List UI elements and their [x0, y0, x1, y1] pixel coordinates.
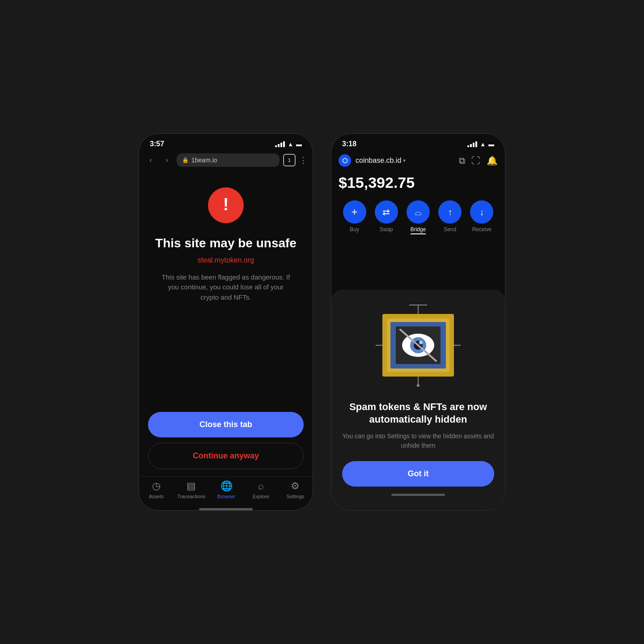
send-label: Send [444, 226, 456, 233]
back-button[interactable]: ‹ [144, 154, 157, 166]
crypto-actions: + Buy ⇄ Swap ⌓ Bridge ↑ Send ↓ Receive [331, 197, 505, 240]
signal-icon [275, 141, 285, 147]
browser-label: Browser [217, 494, 235, 499]
status-bar: 3:57 ▲ ▬ [139, 134, 313, 151]
forward-button[interactable]: › [161, 154, 173, 166]
browser-icon: 🌐 [220, 480, 233, 492]
coinbase-site-name: coinbase.cb.id [356, 157, 401, 165]
nav-browser[interactable]: 🌐 Browser [213, 480, 240, 499]
battery-icon: ▬ [296, 141, 302, 148]
wifi-icon: ▲ [288, 141, 293, 148]
coinbase-signal-icon [467, 141, 477, 147]
copy-icon[interactable]: ⧉ [459, 156, 465, 166]
bridge-action[interactable]: ⌓ Bridge [407, 200, 430, 234]
coinbase-status-icons: ▲ ▬ [467, 141, 494, 148]
bridge-icon: ⌓ [407, 200, 430, 224]
fullscreen-icon[interactable]: ⛶ [471, 156, 480, 166]
coinbase-wifi-icon: ▲ [480, 141, 486, 148]
coinbase-battery-icon: ▬ [488, 141, 494, 148]
chevron-down-icon: ▾ [403, 157, 406, 164]
bridge-label: Bridge [411, 226, 426, 234]
swap-label: Swap [380, 226, 393, 233]
buy-label: Buy [350, 226, 359, 233]
close-tab-button[interactable]: Close this tab [148, 412, 304, 437]
bell-icon[interactable]: 🔔 [487, 155, 498, 166]
nav-explore[interactable]: ⌕ Explore [247, 480, 274, 499]
action-buttons: Close this tab Continue anyway [139, 412, 313, 476]
phone-coinbase: 3:18 ▲ ▬ ⬡ coinbase.cb.id ▾ ⧉ ⛶ 🔔 $15,39… [331, 133, 505, 511]
explore-icon: ⌕ [258, 480, 264, 492]
send-icon: ↑ [438, 200, 462, 224]
assets-icon: ◷ [152, 480, 161, 492]
warning-icon: ! [208, 187, 244, 223]
nav-transactions[interactable]: ▤ Transactions [178, 480, 206, 499]
settings-label: Settings [287, 494, 305, 499]
warning-title: This site may be unsafe [155, 236, 297, 251]
bottom-navigation: ◷ Assets ▤ Transactions 🌐 Browser ⌕ Expl… [139, 476, 313, 506]
warning-description: This site has been flagged as dangerous.… [159, 272, 293, 303]
coinbase-time: 3:18 [342, 140, 356, 148]
more-button[interactable]: ⋮ [299, 155, 307, 165]
nav-settings[interactable]: ⚙ Settings [282, 480, 309, 499]
home-indicator [199, 508, 253, 510]
transactions-icon: ▤ [186, 480, 196, 492]
spam-hidden-modal: Spam tokens & NFTs are now automatically… [331, 290, 505, 510]
buy-action[interactable]: + Buy [343, 200, 366, 234]
lock-icon: 🔒 [182, 157, 189, 163]
send-action[interactable]: ↑ Send [438, 200, 462, 234]
phone-warning: 3:57 ▲ ▬ ‹ › 🔒 1beam.io 1 ⋮ ! This site … [139, 133, 313, 511]
got-it-button[interactable]: Got it [342, 461, 494, 487]
status-time: 3:57 [150, 140, 164, 148]
coinbase-header: ⬡ coinbase.cb.id ▾ ⧉ ⛶ 🔔 [331, 151, 505, 170]
exclamation-mark: ! [223, 196, 229, 213]
url-bar[interactable]: 🔒 1beam.io [177, 153, 280, 167]
url-text: 1beam.io [191, 157, 217, 164]
explore-label: Explore [253, 494, 269, 499]
settings-icon: ⚙ [291, 480, 300, 492]
balance-section: $15,392.75 [331, 170, 505, 197]
home-indicator [391, 494, 445, 496]
header-actions: ⧉ ⛶ 🔔 [459, 155, 498, 166]
svg-point-12 [417, 384, 419, 387]
warning-url: steal.mytoken.org [198, 256, 254, 264]
modal-description: You can go into Settings to view the hid… [342, 432, 494, 450]
status-icons: ▲ ▬ [275, 141, 302, 148]
receive-icon: ↓ [470, 200, 493, 224]
transactions-label: Transactions [178, 494, 206, 499]
receive-action[interactable]: ↓ Receive [470, 200, 493, 234]
eye-illustration [373, 301, 463, 390]
balance-amount: $15,392.75 [339, 174, 498, 191]
continue-anyway-button[interactable]: Continue anyway [148, 443, 304, 469]
swap-icon: ⇄ [375, 200, 398, 224]
coinbase-status-bar: 3:18 ▲ ▬ [331, 134, 505, 151]
swap-action[interactable]: ⇄ Swap [375, 200, 398, 234]
modal-title: Spam tokens & NFTs are now automatically… [342, 401, 494, 426]
coinbase-url[interactable]: coinbase.cb.id ▾ [356, 157, 406, 165]
receive-label: Receive [472, 226, 491, 233]
assets-label: Assets [149, 494, 164, 499]
tab-count[interactable]: 1 [283, 154, 296, 166]
svg-point-7 [419, 341, 423, 344]
browser-toolbar: ‹ › 🔒 1beam.io 1 ⋮ [139, 151, 313, 169]
coinbase-logo: ⬡ [339, 154, 351, 167]
nav-assets[interactable]: ◷ Assets [143, 480, 170, 499]
buy-icon: + [343, 200, 366, 224]
warning-content: ! This site may be unsafe steal.mytoken.… [139, 169, 313, 412]
